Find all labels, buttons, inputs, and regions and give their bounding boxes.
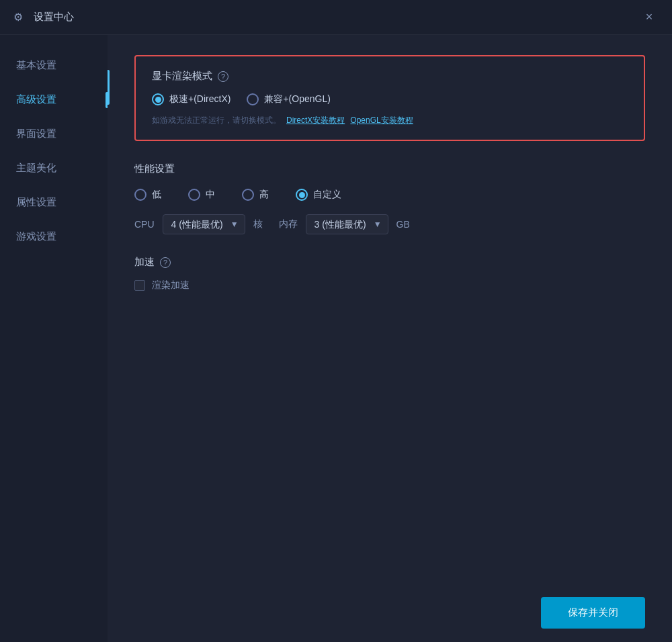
sidebar-item-props[interactable]: 属性设置	[0, 185, 108, 220]
cpu-label: CPU	[134, 219, 155, 230]
footer: 保存并关闭	[108, 584, 672, 642]
opengl-option[interactable]: 兼容+(OpenGL)	[247, 93, 330, 105]
cpu-select-wrapper: 1 (性能最优) 2 (性能最优) 4 (性能最优) 6 (性能最优) ▼	[163, 214, 245, 234]
perf-custom-row: CPU 1 (性能最优) 2 (性能最优) 4 (性能最优) 6 (性能最优) …	[134, 214, 645, 234]
perf-low-option[interactable]: 低	[134, 189, 161, 201]
perf-section-title: 性能设置	[134, 163, 645, 175]
gpu-help-icon[interactable]: ?	[218, 71, 228, 82]
mem-label: 内存	[279, 218, 298, 230]
opengl-radio[interactable]	[247, 93, 259, 105]
sidebar-item-theme[interactable]: 主题美化	[0, 151, 108, 185]
perf-custom-radio[interactable]	[296, 189, 308, 201]
directx-radio[interactable]	[152, 93, 164, 105]
settings-icon: ⚙	[13, 11, 27, 24]
sidebar-item-ui[interactable]: 界面设置	[0, 117, 108, 151]
sidebar-item-advanced[interactable]: 高级设置	[0, 83, 108, 117]
title-bar: ⚙ 设置中心 ×	[0, 0, 672, 35]
gpu-hint: 如游戏无法正常运行，请切换模式。 DirectX安装教程 OpenGL安装教程	[152, 115, 628, 126]
perf-high-option[interactable]: 高	[242, 189, 269, 201]
render-accel-checkbox-box[interactable]	[134, 280, 145, 291]
performance-section: 性能设置 低 中 高 自定义	[134, 163, 645, 234]
content-area: 显卡渲染模式 ? 极速+(DirectX) 兼容+(OpenGL) 如游戏无法正…	[108, 35, 672, 584]
render-accel-label: 渲染加速	[152, 279, 190, 291]
title-left: ⚙ 设置中心	[13, 11, 74, 24]
gpu-radio-group: 极速+(DirectX) 兼容+(OpenGL)	[152, 93, 628, 105]
accelerate-section: 加速 ? 渲染加速	[134, 256, 645, 291]
mem-select-wrapper: 1 (性能最优) 2 (性能最优) 3 (性能最优) 4 (性能最优) ▼	[306, 214, 388, 234]
sidebar: 基本设置 高级设置 界面设置 主题美化 属性设置 游戏设置	[0, 35, 108, 642]
render-accel-checkbox[interactable]: 渲染加速	[134, 279, 645, 291]
directx-install-link[interactable]: DirectX安装教程	[286, 115, 345, 126]
sidebar-item-basic[interactable]: 基本设置	[0, 48, 108, 83]
cpu-unit: 核	[253, 218, 263, 230]
close-button[interactable]: ×	[640, 8, 659, 27]
mem-select[interactable]: 1 (性能最优) 2 (性能最优) 3 (性能最优) 4 (性能最优)	[306, 214, 388, 234]
directx-option[interactable]: 极速+(DirectX)	[152, 93, 230, 105]
opengl-install-link[interactable]: OpenGL安装教程	[350, 115, 413, 126]
gpu-section-title: 显卡渲染模式 ?	[152, 70, 628, 83]
perf-high-radio[interactable]	[242, 189, 254, 201]
main-content: 基本设置 高级设置 界面设置 主题美化 属性设置 游戏设置 显卡渲染模式 ?	[0, 35, 672, 642]
perf-mid-option[interactable]: 中	[188, 189, 215, 201]
save-button[interactable]: 保存并关闭	[541, 597, 645, 629]
cpu-select[interactable]: 1 (性能最优) 2 (性能最优) 4 (性能最优) 6 (性能最优)	[163, 214, 245, 234]
active-indicator	[108, 70, 110, 105]
perf-low-radio[interactable]	[134, 189, 146, 201]
mem-unit: GB	[396, 219, 410, 230]
perf-mid-radio[interactable]	[188, 189, 200, 201]
title-text: 设置中心	[34, 11, 74, 24]
gpu-render-section: 显卡渲染模式 ? 极速+(DirectX) 兼容+(OpenGL) 如游戏无法正…	[134, 55, 645, 141]
sidebar-item-games[interactable]: 游戏设置	[0, 220, 108, 254]
perf-custom-option[interactable]: 自定义	[296, 189, 341, 201]
accel-help-icon[interactable]: ?	[160, 257, 171, 268]
accel-section-title: 加速 ?	[134, 256, 645, 269]
perf-options: 低 中 高 自定义	[134, 189, 645, 201]
